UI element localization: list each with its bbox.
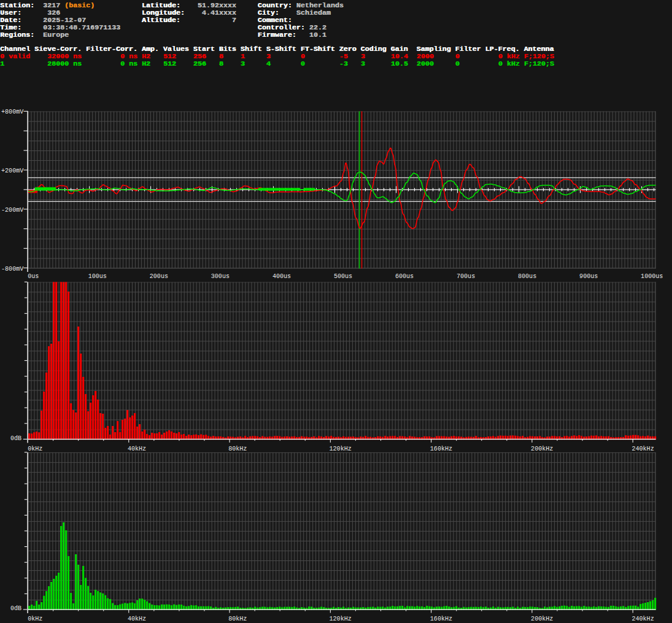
- svg-text:-200mV: -200mV: [1, 206, 23, 214]
- svg-text:1000us: 1000us: [641, 272, 663, 281]
- svg-text:120kHz: 120kHz: [330, 614, 352, 623]
- svg-text:40kHz: 40kHz: [128, 444, 146, 453]
- svg-text:160kHz: 160kHz: [430, 614, 452, 623]
- svg-text:900us: 900us: [579, 272, 598, 281]
- svg-text:240kHz: 240kHz: [631, 614, 654, 623]
- svg-text:500us: 500us: [334, 272, 352, 281]
- svg-text:300us: 300us: [211, 272, 230, 281]
- svg-text:200kHz: 200kHz: [531, 444, 553, 453]
- svg-text:120kHz: 120kHz: [330, 444, 352, 453]
- svg-text:0us: 0us: [28, 272, 39, 281]
- svg-text:+200mV: +200mV: [1, 166, 23, 175]
- svg-text:700us: 700us: [457, 272, 475, 281]
- svg-text:0kHz: 0kHz: [28, 444, 42, 453]
- svg-text:0kHz: 0kHz: [28, 614, 42, 623]
- svg-text:100us: 100us: [88, 272, 107, 281]
- svg-text:40kHz: 40kHz: [128, 614, 146, 623]
- svg-text:80kHz: 80kHz: [228, 444, 247, 453]
- svg-text:80kHz: 80kHz: [228, 614, 247, 623]
- svg-text:0dB: 0dB: [10, 604, 21, 613]
- svg-text:240kHz: 240kHz: [631, 444, 654, 453]
- svg-text:0dB: 0dB: [10, 434, 21, 443]
- svg-text:800us: 800us: [518, 272, 536, 281]
- svg-text:+800mV: +800mV: [1, 107, 23, 116]
- svg-text:400us: 400us: [272, 272, 291, 281]
- svg-text:160kHz: 160kHz: [430, 444, 452, 453]
- svg-text:200kHz: 200kHz: [531, 614, 553, 623]
- svg-text:600us: 600us: [395, 272, 414, 281]
- svg-text:200us: 200us: [150, 272, 168, 281]
- svg-text:-800mV: -800mV: [1, 265, 23, 273]
